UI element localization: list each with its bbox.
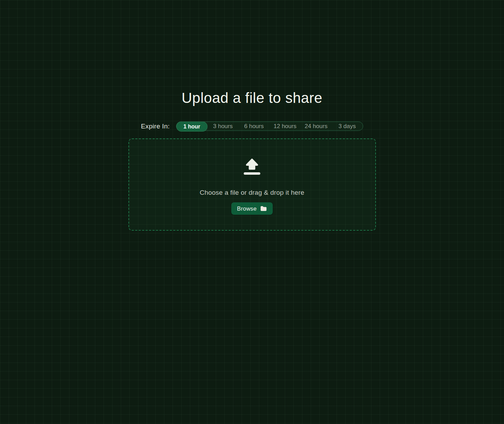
- expire-option-24-hours[interactable]: 24 hours: [301, 122, 332, 131]
- expire-segmented-control: 1 hour 3 hours 6 hours 12 hours 24 hours…: [176, 122, 363, 131]
- browse-button[interactable]: Browse: [231, 202, 273, 215]
- upload-icon: [243, 158, 261, 175]
- file-drop-zone[interactable]: Choose a file or drag & drop it here Bro…: [128, 138, 376, 231]
- expire-option-6-hours[interactable]: 6 hours: [239, 122, 270, 131]
- drop-prompt-text: Choose a file or drag & drop it here: [200, 189, 304, 196]
- expire-option-3-hours[interactable]: 3 hours: [207, 122, 239, 131]
- page-title: Upload a file to share: [182, 90, 322, 106]
- expire-in-label: Expire In:: [141, 123, 169, 130]
- upload-page: Upload a file to share Expire In: 1 hour…: [0, 0, 504, 424]
- browse-button-label: Browse: [237, 206, 257, 212]
- expire-option-3-days[interactable]: 3 days: [332, 122, 363, 131]
- expire-option-12-hours[interactable]: 12 hours: [270, 122, 301, 131]
- expire-controls: Expire In: 1 hour 3 hours 6 hours 12 hou…: [141, 122, 363, 131]
- folder-icon: [260, 206, 267, 211]
- expire-option-1-hour[interactable]: 1 hour: [176, 122, 207, 132]
